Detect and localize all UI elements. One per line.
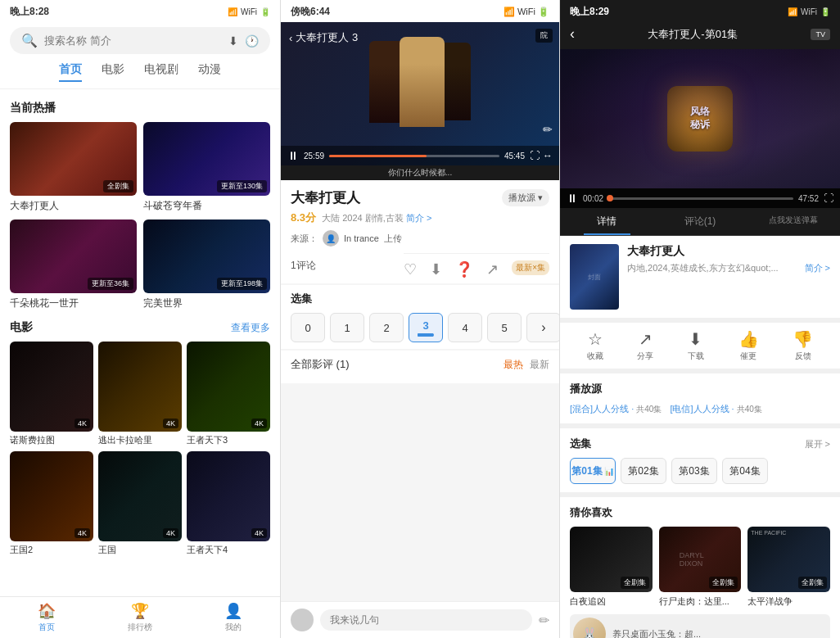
tab-home[interactable]: 首页	[59, 62, 82, 82]
search-icon: 🔍	[21, 33, 38, 48]
subtitle: 你们什么时候都...	[281, 165, 559, 180]
list-item[interactable]: 4K 王国2	[10, 451, 93, 556]
star-icon: ☆	[588, 329, 603, 349]
hot-grid: 全剧集 大奉打更人 更新至130集 斗破苍穹年番 更新至36集 千朵桃花一世开	[10, 122, 270, 310]
statusbar-player: 晚上8:29 📶 WiFi 🔋	[560, 0, 840, 22]
feedback-label: 反馈	[795, 351, 811, 362]
download-icon[interactable]: ⬇	[228, 34, 238, 48]
search-bar[interactable]: 🔍 ⬇ 🕐	[10, 27, 270, 54]
badge: 全剧集	[103, 180, 133, 192]
item-title: 斗破苍穹年番	[143, 199, 270, 213]
like-btn[interactable]: ♡	[404, 260, 417, 278]
share-btn[interactable]: ↗ 分享	[637, 329, 653, 362]
badge: 更新至198集	[217, 278, 267, 290]
review-tab-new[interactable]: 最新	[530, 358, 549, 372]
tab-anime[interactable]: 动漫	[198, 62, 221, 82]
comment-field[interactable]	[320, 609, 532, 631]
source-link-1[interactable]: [电信]人人分线 · 共40集	[670, 403, 761, 415]
pause-icon[interactable]: ⏸	[567, 192, 578, 205]
episode-btn-6[interactable]: ›	[526, 313, 560, 342]
episode-btn-5[interactable]: 5	[487, 313, 522, 342]
player-header: ‹ 大奉打更人-第01集 TV	[560, 22, 840, 49]
episode-btn-3[interactable]: 3	[409, 313, 443, 342]
tab-tv[interactable]: 电视剧	[144, 62, 178, 82]
movie-badge: 4K	[75, 419, 90, 428]
list-item[interactable]: DARYL DIXON 全剧集 行尸走肉：达里...	[659, 527, 742, 608]
download-btn[interactable]: ⬇	[430, 260, 442, 278]
total-time: 47:52	[798, 194, 819, 203]
pause-icon[interactable]: ⏸	[287, 149, 299, 162]
recommend-grid: 全剧集 白夜追凶 DARYL DIXON 全剧集 行尸走肉：达里...	[570, 527, 830, 608]
edit-icon[interactable]: ✏	[543, 123, 553, 136]
download-btn[interactable]: ⬇ 下载	[688, 329, 704, 362]
uploader-row: 来源： 👤 In trance 上传	[291, 230, 549, 247]
list-item[interactable]: THE PACIFIC 全剧集 太平洋战争	[747, 527, 830, 608]
back-button[interactable]: ‹ 大奉打更人 3	[289, 30, 358, 45]
episode-btn-4[interactable]: 4	[448, 313, 482, 342]
tab-movies[interactable]: 电影	[102, 62, 124, 82]
list-item[interactable]: 4K 诺斯费拉图	[10, 342, 93, 446]
bottom-nav-ranking[interactable]: 🏆 排行榜	[93, 597, 187, 638]
expand-btn[interactable]: 展开 >	[805, 438, 830, 450]
ep-chip-04[interactable]: 第04集	[722, 458, 768, 484]
fullscreen-icon[interactable]: ⛶	[530, 150, 540, 161]
episode-btn-1[interactable]: 1	[330, 313, 364, 342]
status-icons: 📶 WiFi 🔋	[504, 7, 549, 17]
fullscreen-icon[interactable]: ⛶	[824, 192, 833, 204]
help-btn[interactable]: ❓	[455, 260, 473, 278]
ep-chip-02[interactable]: 第02集	[621, 458, 666, 484]
search-input[interactable]	[44, 34, 222, 47]
see-more-btn[interactable]: 查看更多	[231, 321, 270, 335]
intro-btn[interactable]: 简介 >	[805, 262, 830, 274]
feedback-btn[interactable]: 👎 反馈	[793, 329, 813, 362]
share-btn[interactable]: ↗	[486, 260, 499, 278]
bottom-nav: 🏠 首页 🏆 排行榜 👤 我的	[0, 596, 280, 638]
list-item[interactable]: 更新至36集 千朵桃花一世开	[10, 219, 137, 310]
episode-btn-0[interactable]: 0	[291, 313, 325, 342]
movie-title: 王者天下4	[187, 544, 270, 556]
list-item[interactable]: 4K 王者天下4	[187, 451, 270, 556]
episode-badge: 院	[535, 29, 553, 43]
avatar: 👤	[323, 230, 339, 247]
tab-detail[interactable]: 详情	[560, 208, 653, 235]
urge-btn[interactable]: 👍 催更	[738, 329, 759, 362]
list-item[interactable]: 更新至130集 斗破苍穹年番	[143, 122, 270, 213]
status-time: 晚上8:28	[10, 5, 49, 19]
collect-btn[interactable]: ☆ 收藏	[587, 329, 603, 362]
source-link-0[interactable]: [混合]人人分线 · 共40集	[570, 403, 662, 415]
send-icon[interactable]: ✏	[539, 613, 549, 628]
intro-btn[interactable]: 简介 >	[406, 213, 431, 223]
source-button[interactable]: 播放源 ▾	[502, 189, 549, 206]
review-tab-hot[interactable]: 最热	[504, 358, 523, 372]
list-item[interactable]: 4K 王国	[98, 451, 182, 556]
tab-comments[interactable]: 评论(1)	[653, 208, 747, 235]
progress-track[interactable]	[329, 155, 499, 157]
list-item[interactable]: 4K 王者天下3	[187, 342, 270, 446]
battery-icon: 🔋	[260, 7, 270, 16]
glow-overlay	[560, 49, 840, 188]
movie-badge: 4K	[163, 528, 178, 538]
ep-chip-01[interactable]: 第01集 📊	[570, 458, 616, 484]
bottom-nav-home[interactable]: 🏠 首页	[0, 597, 93, 638]
video-player[interactable]: 风络 秘诉	[560, 49, 840, 188]
list-item[interactable]: 全剧集 大奉打更人	[10, 122, 137, 213]
expand-icon[interactable]: ↔	[543, 150, 553, 161]
history-icon[interactable]: 🕐	[245, 34, 259, 48]
comment-count[interactable]: 1评论	[291, 259, 316, 273]
list-item[interactable]: 更新至198集 完美世界	[143, 219, 270, 310]
list-item[interactable]: 全剧集 白夜追凶	[570, 527, 653, 608]
promo-banner[interactable]: 🐰 养只桌面小玉兔：超...	[570, 614, 830, 638]
video-player[interactable]: ‹ 大奉打更人 3 院 ✏ ⏸ 25:59 45:45 ⛶ ↔	[281, 22, 559, 165]
control-icons: ⛶ ↔	[530, 150, 553, 161]
list-item[interactable]: 4K 逃出卡拉哈里	[98, 342, 182, 446]
episode-btn-2[interactable]: 2	[369, 313, 404, 342]
download-icon: ⬇	[689, 329, 702, 349]
bottom-nav-profile[interactable]: 👤 我的	[187, 597, 280, 638]
ep-chip-03[interactable]: 第03集	[671, 458, 717, 484]
back-button[interactable]: ‹	[570, 25, 575, 43]
show-title: 大奉打更人	[627, 244, 830, 259]
promo-text: 养只桌面小玉兔：超...	[612, 628, 701, 639]
progress-track[interactable]	[608, 197, 793, 200]
total-time: 45:45	[504, 152, 525, 161]
tab-danmaku[interactable]: 点我发送弹幕	[747, 208, 840, 235]
